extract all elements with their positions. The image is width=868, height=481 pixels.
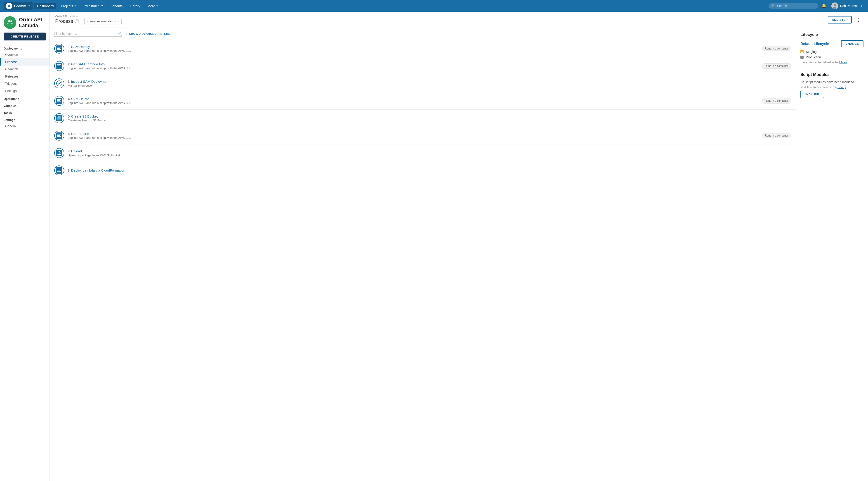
- brand-button[interactable]: Ecomm ▼: [4, 2, 33, 10]
- sidebar-section-deployments: Deployments Overview Process Channels Re…: [0, 44, 50, 94]
- table-row[interactable]: 3.Inspect SAM Deployment Manual interven…: [50, 75, 796, 92]
- table-row[interactable]: 5.Create S3 Bucket Create an Amazon S3 B…: [50, 109, 796, 127]
- page-header-left: Order API Lambda Process ? ⑂ new-feature…: [55, 15, 122, 24]
- avatar: [831, 2, 838, 9]
- create-release-button[interactable]: CREATE RELEASE: [4, 33, 46, 40]
- sidebar-item-overview[interactable]: Overview: [0, 51, 50, 58]
- staging-label: Staging: [806, 50, 816, 54]
- production-env: Production: [800, 55, 864, 59]
- lifecycle-title: Lifecycle: [800, 32, 864, 37]
- nav-more[interactable]: More ▼: [145, 3, 161, 9]
- sidebar-section-operations: Operations: [0, 94, 50, 101]
- project-logo-area: Order API Lambda: [0, 12, 50, 33]
- step-icon-wrap: [54, 44, 64, 54]
- library-link[interactable]: Library: [839, 61, 847, 64]
- more-chevron-icon: ▼: [156, 5, 158, 7]
- add-step-button[interactable]: ADD STEP: [828, 16, 852, 24]
- branch-chevron-icon: ▼: [117, 20, 119, 23]
- table-row[interactable]: 2.Get SAM Lambda Info Log into AWS and r…: [50, 57, 796, 75]
- svg-rect-30: [57, 136, 61, 137]
- branch-name: new-feature-branch: [90, 20, 116, 23]
- modules-library-link[interactable]: Library: [837, 86, 846, 89]
- table-row[interactable]: 8.Deploy Lambda via CloudFormation: [50, 162, 796, 179]
- user-menu[interactable]: Rob Pearson ▼: [830, 2, 864, 10]
- panel-divider: [800, 68, 864, 68]
- user-chevron-icon: ▼: [860, 5, 863, 7]
- brand-icon: [6, 3, 12, 9]
- aws-script-icon: [56, 63, 62, 69]
- show-advanced-filters-button[interactable]: ≡ SHOW ADVANCED FILTERS: [126, 32, 170, 35]
- svg-rect-29: [57, 135, 60, 136]
- sidebar-item-channels[interactable]: Channels: [0, 66, 50, 73]
- nav-library[interactable]: Library: [127, 3, 143, 9]
- search-input[interactable]: [777, 4, 815, 8]
- step-info: 5.Create S3 Bucket Create an Amazon S3 B…: [68, 115, 787, 122]
- step-badges: Runs in a container: [762, 46, 791, 51]
- page-title: Process ?: [55, 18, 79, 24]
- svg-rect-36: [57, 171, 61, 171]
- svg-point-26: [57, 117, 61, 118]
- brand-label: Ecomm: [14, 4, 26, 8]
- notifications-bell-icon[interactable]: 🔔: [820, 2, 828, 10]
- sidebar-item-general[interactable]: General: [0, 123, 50, 130]
- step-info: 1.SAM Deploy Log into AWS and run a scri…: [68, 45, 758, 53]
- svg-rect-34: [57, 169, 61, 169]
- table-row[interactable]: 6.Get Exports Log into AWS and run a scr…: [50, 127, 796, 145]
- step-info: 3.Inspect SAM Deployment Manual interven…: [68, 79, 787, 87]
- sidebar-item-triggers[interactable]: Triggers: [0, 80, 50, 87]
- right-panel: Lifecycle Default Lifecycle CHANGE Stagi…: [796, 28, 868, 481]
- svg-rect-19: [57, 99, 61, 100]
- search-icon: 🔍: [771, 4, 775, 8]
- aws-script-icon: [56, 132, 62, 139]
- aws-script-icon: [56, 167, 62, 173]
- change-lifecycle-button[interactable]: CHANGE: [841, 40, 864, 47]
- more-options-icon[interactable]: ⋮: [855, 16, 863, 23]
- step-icon-wrap: [54, 113, 64, 123]
- step-badges: Runs in a container: [762, 133, 791, 138]
- production-label: Production: [806, 55, 821, 59]
- nav-dashboard[interactable]: Dashboard: [34, 3, 56, 9]
- nav-projects[interactable]: Projects ▼: [58, 3, 79, 9]
- step-badges: Runs in a container: [762, 63, 791, 69]
- checkmark-icon: [56, 80, 62, 87]
- svg-rect-15: [57, 66, 60, 66]
- step-icon-wrap: [54, 96, 64, 106]
- table-row[interactable]: 1.SAM Deploy Log into AWS and run a scri…: [50, 40, 796, 57]
- table-row[interactable]: 7.Upload Upload a package to an AWS S3 b…: [50, 145, 796, 162]
- svg-point-8: [11, 23, 12, 24]
- no-modules-text: No script modules have been included: [800, 80, 864, 84]
- script-modules-title: Script Modules: [800, 72, 864, 77]
- sidebar: Order API Lambda CREATE RELEASE Deployme…: [0, 12, 50, 481]
- project-icon: [4, 16, 16, 29]
- step-icon-wrap: [54, 148, 64, 158]
- step-icon-wrap: [54, 131, 64, 140]
- svg-rect-14: [57, 64, 61, 65]
- step-icon-wrap: [54, 61, 64, 71]
- svg-rect-21: [57, 101, 61, 102]
- sidebar-item-releases[interactable]: Releases: [0, 73, 50, 80]
- production-icon: [800, 56, 804, 59]
- step-info: 8.Deploy Lambda via CloudFormation: [68, 168, 787, 173]
- svg-point-25: [57, 119, 61, 121]
- lifecycle-name: Default Lifecycle: [800, 42, 829, 46]
- branch-icon: ⑂: [87, 20, 89, 23]
- brand-chevron-icon: ▼: [28, 5, 30, 7]
- sidebar-section-variables: Variables: [0, 101, 50, 108]
- include-button[interactable]: INCLUDE: [800, 91, 824, 98]
- project-title: Order API Lambda: [19, 17, 46, 29]
- filter-search-icon: 🔍: [118, 32, 122, 35]
- nav-infrastructure[interactable]: Infrastructure: [81, 3, 106, 9]
- sidebar-section-settings: Settings General: [0, 116, 50, 130]
- table-row[interactable]: 4.SAM Delete Log into AWS and run a scri…: [50, 92, 796, 109]
- sidebar-item-settings-deploy[interactable]: Settings: [0, 87, 50, 94]
- sidebar-item-process[interactable]: Process: [0, 58, 50, 66]
- branch-selector[interactable]: ⑂ new-feature-branch ▼: [84, 18, 122, 24]
- staging-icon: [800, 50, 804, 53]
- help-icon[interactable]: ?: [75, 19, 79, 23]
- deployments-label: Deployments: [0, 44, 50, 51]
- svg-marker-37: [801, 51, 803, 53]
- container-badge: Runs in a container: [762, 46, 791, 51]
- filter-input[interactable]: [54, 32, 116, 35]
- nav-tenants[interactable]: Tenants: [108, 3, 125, 9]
- container-badge: Runs in a container: [762, 63, 791, 69]
